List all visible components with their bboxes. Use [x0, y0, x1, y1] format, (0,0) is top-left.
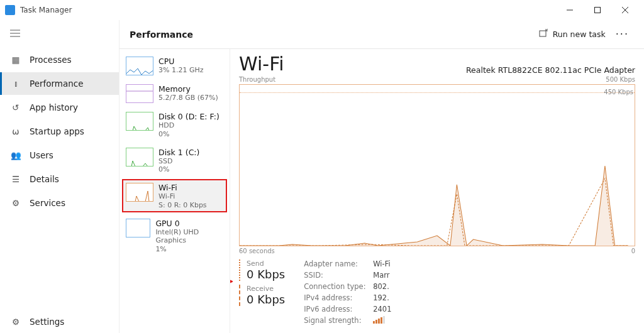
sidebar-item-details[interactable]: ☰Details: [0, 168, 119, 190]
send-stat: Send 0 Kbps: [239, 259, 285, 281]
memory-sparkline: [126, 84, 153, 103]
sidebar: ▦Processes ⫾Performance ↺App history ⍵St…: [0, 20, 119, 333]
sidebar-item-services[interactable]: ⚙Services: [0, 192, 119, 214]
users-icon: 👥: [11, 150, 21, 160]
detail-pane: Wi-Fi Realtek RTL8822CE 802.11ac PCIe Ad…: [230, 49, 644, 333]
annotation-arrow-icon: [230, 266, 233, 301]
connection-details: Adapter name:Wi-Fi SSID:Marr Connection …: [304, 259, 391, 325]
performance-list: CPU3% 1.21 GHz Memory5.2/7.8 GB (67%) Di…: [119, 49, 230, 333]
sidebar-item-app-history[interactable]: ↺App history: [0, 96, 119, 119]
perf-item-gpu0[interactable]: GPU 0Intel(R) UHD Graphics1%: [122, 215, 227, 256]
chart-x-right: 0: [631, 248, 635, 254]
adapter-name: Realtek RTL8822CE 802.11ac PCIe Adapter: [466, 65, 635, 75]
sidebar-item-startup-apps[interactable]: ⍵Startup apps: [0, 120, 119, 143]
chart-y-max: 500 Kbps: [606, 76, 635, 83]
perf-item-memory[interactable]: Memory5.2/7.8 GB (67%): [122, 80, 227, 106]
perf-item-wifi[interactable]: Wi-FiWi-FiS: 0 R: 0 Kbps: [122, 179, 227, 212]
disk0-sparkline: [126, 112, 153, 131]
app-title: Task Manager: [20, 6, 72, 14]
wifi-sparkline: [126, 183, 153, 202]
details-icon: ☰: [11, 174, 21, 184]
minimize-button[interactable]: [556, 1, 584, 19]
svg-rect-7: [540, 31, 546, 36]
services-icon: ⚙: [11, 198, 21, 208]
gear-icon: ⚙: [11, 317, 21, 327]
title-bar: Task Manager: [0, 0, 644, 20]
history-icon: ↺: [11, 102, 21, 112]
menu-toggle-button[interactable]: [0, 24, 119, 43]
cpu-sparkline: [126, 57, 153, 75]
app-icon: [5, 5, 15, 15]
gpu0-sparkline: [126, 219, 150, 237]
chart-axis-label: Throughput: [239, 76, 275, 83]
performance-icon: ⫾: [11, 79, 21, 89]
sidebar-item-users[interactable]: 👥Users: [0, 144, 119, 166]
svg-marker-10: [230, 268, 231, 295]
svg-rect-1: [595, 8, 601, 13]
close-button[interactable]: [611, 1, 639, 19]
sidebar-item-processes[interactable]: ▦Processes: [0, 48, 119, 71]
signal-strength-icon: [373, 316, 385, 324]
maximize-button[interactable]: [584, 1, 611, 19]
topbar: Performance Run new task ···: [119, 20, 644, 49]
sidebar-item-performance[interactable]: ⫾Performance: [0, 72, 119, 95]
page-title: Performance: [130, 30, 193, 40]
run-new-task-button[interactable]: Run new task: [534, 26, 611, 42]
chart-x-left: 60 seconds: [239, 248, 275, 254]
run-task-icon: [539, 29, 548, 40]
perf-item-disk1[interactable]: Disk 1 (C:)SSD0%: [122, 144, 227, 177]
sidebar-item-settings[interactable]: ⚙Settings: [0, 310, 119, 333]
throughput-chart: 450 Kbps: [239, 84, 635, 246]
detail-heading: Wi-Fi: [239, 53, 284, 75]
receive-stat: Receive 0 Kbps: [239, 285, 285, 306]
grid-icon: ▦: [11, 55, 21, 65]
more-options-button[interactable]: ···: [611, 26, 634, 43]
startup-icon: ⍵: [11, 126, 21, 136]
perf-item-disk0[interactable]: Disk 0 (D: E: F:)HDD0%: [122, 108, 227, 141]
disk1-sparkline: [126, 148, 153, 166]
perf-item-cpu[interactable]: CPU3% 1.21 GHz: [122, 53, 227, 78]
